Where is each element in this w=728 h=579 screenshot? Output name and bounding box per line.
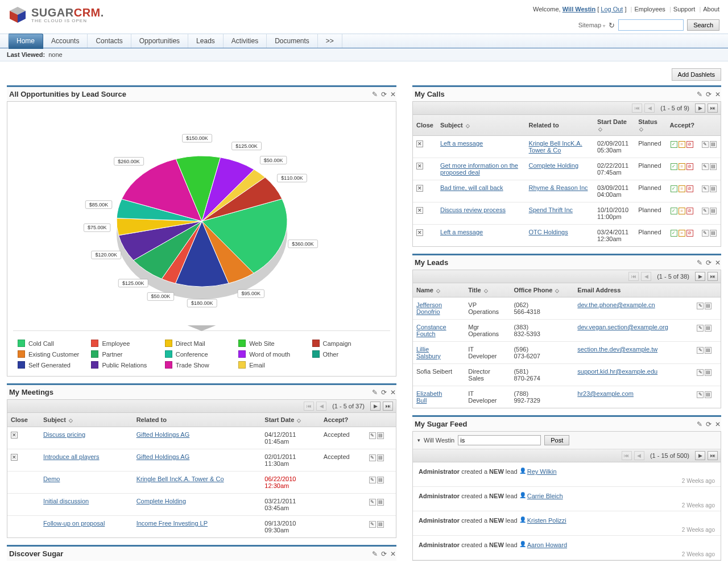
refresh-icon[interactable]: ⟳ — [380, 551, 387, 557]
legend-item[interactable]: Cold Call — [18, 338, 91, 349]
close-icon[interactable]: ✕ — [390, 551, 396, 557]
related-link[interactable]: Gifted Holdings AG — [136, 453, 190, 460]
col-header[interactable]: Subject ◇ — [40, 413, 133, 427]
close-row-icon[interactable]: ✕ — [416, 207, 423, 214]
edit-row-icon[interactable]: ✎ — [697, 369, 704, 376]
pager-first[interactable]: ⏮ — [304, 402, 314, 411]
legend-item[interactable]: Trade Show — [165, 359, 238, 370]
pager-last[interactable]: ⏭ — [708, 272, 718, 281]
legend-item[interactable]: Campaign — [312, 338, 386, 349]
col-header[interactable]: Start Date ◇ — [261, 413, 320, 427]
view-row-icon[interactable]: ▤ — [710, 185, 717, 192]
chevron-down-icon[interactable]: ▾ — [417, 437, 420, 443]
view-row-icon[interactable]: ▤ — [705, 325, 712, 332]
tentative-icon[interactable]: = — [679, 163, 685, 170]
col-header[interactable]: Subject ◇ — [437, 115, 526, 136]
edit-icon[interactable]: ✎ — [696, 259, 703, 266]
edit-row-icon[interactable]: ✎ — [369, 477, 376, 483]
view-row-icon[interactable]: ▤ — [710, 230, 717, 237]
edit-icon[interactable]: ✎ — [371, 551, 378, 557]
related-link[interactable]: Gifted Holdings AG — [136, 431, 190, 438]
col-header[interactable]: Close — [7, 413, 40, 427]
accept-icon[interactable]: ✓ — [671, 185, 677, 192]
pager-last[interactable]: ⏭ — [383, 402, 393, 411]
support-link[interactable]: Support — [673, 6, 696, 13]
col-header[interactable]: Status ◇ — [635, 115, 666, 136]
lead-name-link[interactable]: LillieSalsbury — [416, 346, 441, 359]
legend-item[interactable]: Web Site — [238, 338, 312, 349]
edit-row-icon[interactable]: ✎ — [697, 391, 704, 398]
refresh-icon[interactable]: ⟳ — [380, 389, 387, 396]
view-row-icon[interactable]: ▤ — [710, 208, 717, 214]
edit-icon[interactable]: ✎ — [371, 91, 378, 98]
view-row-icon[interactable]: ▤ — [710, 163, 717, 170]
col-header[interactable]: Office Phone ◇ — [510, 283, 574, 297]
meeting-subject-link[interactable]: Demo — [43, 475, 60, 482]
related-link[interactable]: Rhyme & Reason Inc — [529, 184, 588, 191]
col-header[interactable]: Name ◇ — [413, 283, 465, 297]
edit-row-icon[interactable]: ✎ — [702, 185, 709, 192]
related-link[interactable]: Spend Thrift Inc — [529, 206, 573, 213]
edit-row-icon[interactable]: ✎ — [702, 163, 709, 170]
search-input[interactable] — [618, 19, 684, 31]
username-link[interactable]: Will Westin — [562, 6, 595, 13]
pager-next[interactable]: ▶ — [695, 272, 705, 281]
pager-next[interactable]: ▶ — [695, 104, 705, 113]
edit-icon[interactable]: ✎ — [371, 389, 378, 396]
col-header[interactable]: Related to — [133, 413, 262, 427]
logout-link[interactable]: Log Out — [601, 6, 623, 13]
meeting-subject-link[interactable]: Introduce all players — [43, 453, 99, 460]
related-link[interactable]: Income Free Investing LP — [136, 520, 208, 527]
search-button[interactable]: Search — [687, 19, 719, 31]
view-row-icon[interactable]: ▤ — [705, 303, 712, 309]
pager-first[interactable]: ⏮ — [632, 104, 642, 113]
feed-target-link[interactable]: Kristen Polizzi — [527, 517, 566, 524]
legend-item[interactable]: Public Relations — [91, 359, 164, 370]
call-subject-link[interactable]: Left a message — [440, 140, 483, 147]
lead-name-link[interactable]: JeffersonDonofrio — [416, 301, 442, 315]
accept-icon[interactable]: ✓ — [671, 230, 677, 237]
close-row-icon[interactable]: ✕ — [11, 432, 18, 439]
refresh-icon[interactable]: ⟳ — [705, 421, 712, 428]
close-row-icon[interactable]: ✕ — [416, 140, 423, 147]
close-row-icon[interactable]: ✕ — [11, 454, 18, 461]
edit-row-icon[interactable]: ✎ — [369, 499, 376, 506]
view-row-icon[interactable]: ▤ — [705, 347, 712, 354]
view-row-icon[interactable]: ▤ — [705, 391, 712, 398]
pager-last[interactable]: ⏭ — [708, 451, 718, 460]
decline-icon[interactable]: ⊘ — [686, 163, 693, 170]
meeting-subject-link[interactable]: Follow-up on proposal — [43, 520, 105, 527]
legend-item[interactable]: Employee — [91, 338, 164, 349]
legend-item[interactable]: Existing Customer — [18, 349, 91, 359]
pager-next[interactable]: ▶ — [695, 451, 705, 460]
close-row-icon[interactable]: ✕ — [416, 185, 423, 192]
legend-item[interactable]: Partner — [91, 349, 164, 359]
refresh-icon[interactable]: ⟳ — [705, 91, 712, 98]
pager-last[interactable]: ⏭ — [708, 104, 718, 113]
tab-leads[interactable]: Leads — [188, 34, 224, 48]
view-row-icon[interactable]: ▤ — [377, 454, 384, 461]
col-header[interactable]: Close — [413, 115, 437, 136]
view-row-icon[interactable]: ▤ — [705, 369, 712, 376]
edit-row-icon[interactable]: ✎ — [369, 432, 376, 439]
tentative-icon[interactable]: = — [679, 208, 685, 214]
edit-row-icon[interactable]: ✎ — [702, 208, 709, 214]
legend-item[interactable]: Word of mouth — [238, 349, 312, 359]
tab-home[interactable]: Home — [8, 34, 43, 49]
related-link[interactable]: Complete Holding — [136, 498, 186, 504]
tab-opportunities[interactable]: Opportunities — [131, 34, 188, 48]
tentative-icon[interactable]: = — [679, 230, 685, 237]
close-icon[interactable]: ✕ — [390, 91, 396, 98]
accept-icon[interactable]: ✓ — [671, 208, 677, 214]
call-subject-link[interactable]: Bad time, will call back — [440, 184, 503, 191]
close-icon[interactable]: ✕ — [714, 421, 721, 428]
edit-icon[interactable]: ✎ — [696, 421, 703, 428]
pager-first[interactable]: ⏮ — [622, 451, 632, 460]
refresh-icon[interactable]: ⟳ — [705, 259, 712, 266]
legend-item[interactable]: Other — [312, 349, 386, 359]
call-subject-link[interactable]: Left a message — [440, 229, 483, 235]
decline-icon[interactable]: ⊘ — [686, 208, 693, 214]
tab-contacts[interactable]: Contacts — [88, 34, 131, 48]
tentative-icon[interactable]: = — [679, 141, 685, 148]
feed-post-button[interactable]: Post — [544, 435, 569, 445]
